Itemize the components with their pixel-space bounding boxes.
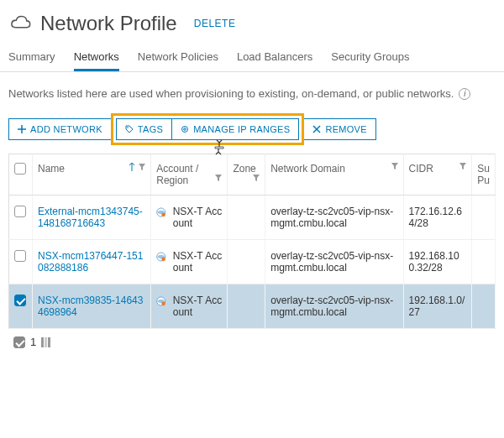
domain-cell: overlay-tz-sc2vc05-vip-nsx-mgmt.cmbu.loc… <box>265 284 403 329</box>
add-network-button[interactable]: ADD NETWORK <box>8 118 112 140</box>
col-zone-label: Zone <box>233 163 255 175</box>
col-name-label: Name <box>38 163 65 175</box>
highlight-box: TAGS MANAGE IP RANGES <box>111 113 305 145</box>
network-name-link[interactable]: NSX-mcm1376447-151082888186 <box>38 250 143 274</box>
add-network-label: ADD NETWORK <box>30 124 102 134</box>
column-picker-icon[interactable] <box>41 337 53 347</box>
filter-icon[interactable] <box>391 163 398 169</box>
col-name[interactable]: Name <box>33 154 151 196</box>
cloud-icon <box>8 13 32 34</box>
tab-load-balancers[interactable]: Load Balancers <box>237 45 312 71</box>
svg-point-8 <box>162 302 166 306</box>
cursor-icon <box>213 139 226 156</box>
table-row[interactable]: External-mcm1343745-148168716643 NSX-T A… <box>9 196 496 240</box>
tags-button[interactable]: TAGS <box>116 118 172 140</box>
zone-cell <box>228 240 265 284</box>
svg-point-0 <box>127 127 129 128</box>
account-name: NSX-T Account <box>173 206 223 229</box>
gear-icon <box>181 125 189 133</box>
description-row: Networks listed here are used when provi… <box>0 72 504 113</box>
table-row[interactable]: NSX-mcm1376447-151082888186 NSX-T Accoun… <box>9 240 496 284</box>
col-cidr-label: CIDR <box>409 163 433 175</box>
x-icon <box>312 125 321 133</box>
select-all-checkbox[interactable] <box>14 163 26 175</box>
col-cidr[interactable]: CIDR <box>403 154 472 196</box>
manage-ip-label: MANAGE IP RANGES <box>193 124 290 134</box>
domain-cell: overlay-tz-sc2vc05-vip-nsx-mgmt.cmbu.loc… <box>265 240 403 284</box>
account-name: NSX-T Account <box>173 250 223 274</box>
selection-indicator <box>13 336 25 348</box>
page-title: Network Profile <box>40 12 177 35</box>
tags-label: TAGS <box>138 124 163 134</box>
filter-icon[interactable] <box>215 175 222 181</box>
table-row[interactable]: NSX-mcm39835-146434698964 NSX-T Account … <box>9 284 496 329</box>
filter-icon[interactable] <box>253 175 260 181</box>
info-icon[interactable]: i <box>459 88 470 100</box>
col-su[interactable]: Su Pu <box>472 154 496 196</box>
table-footer: 1 <box>0 329 504 355</box>
nsx-icon <box>156 295 165 308</box>
tag-icon <box>125 125 134 133</box>
domain-cell: overlay-tz-sc2vc05-vip-nsx-mgmt.cmbu.loc… <box>265 196 403 240</box>
svg-rect-10 <box>45 337 47 347</box>
description-text: Networks listed here are used when provi… <box>8 87 454 100</box>
zone-cell <box>228 284 265 329</box>
tab-security-groups[interactable]: Security Groups <box>331 45 409 71</box>
networks-table: Name Account / Region Zone Network Domai… <box>8 154 496 329</box>
nsx-icon <box>156 206 165 219</box>
account-name: NSX-T Account <box>173 295 223 318</box>
manage-ip-ranges-button[interactable]: MANAGE IP RANGES <box>171 118 299 140</box>
network-name-link[interactable]: External-mcm1343745-148168716643 <box>38 206 143 229</box>
toolbar: ADD NETWORK TAGS MANAGE IP RANGES REMOVE <box>0 113 504 154</box>
row-checkbox[interactable] <box>14 295 26 306</box>
sort-asc-icon[interactable] <box>129 163 135 171</box>
svg-point-2 <box>184 128 186 131</box>
col-domain[interactable]: Network Domain <box>265 154 403 196</box>
svg-rect-9 <box>41 337 44 347</box>
cidr-cell: 192.168.100.32/28 <box>403 240 472 284</box>
delete-button[interactable]: DELETE <box>194 18 236 29</box>
row-checkbox[interactable] <box>14 250 26 262</box>
svg-point-1 <box>182 127 188 133</box>
cidr-cell: 192.168.1.0/27 <box>403 284 472 329</box>
remove-button[interactable]: REMOVE <box>303 118 375 140</box>
svg-point-6 <box>162 258 166 262</box>
nsx-icon <box>156 250 165 263</box>
tab-summary[interactable]: Summary <box>8 45 55 71</box>
svg-point-4 <box>162 213 166 217</box>
col-su-label: Su Pu <box>477 163 490 186</box>
remove-label: REMOVE <box>325 124 366 134</box>
zone-cell <box>228 196 265 240</box>
col-account-label: Account / Region <box>156 163 198 186</box>
filter-icon[interactable] <box>459 163 466 169</box>
col-account[interactable]: Account / Region <box>151 154 228 196</box>
selected-count: 1 <box>30 336 36 348</box>
col-domain-label: Network Domain <box>270 163 345 175</box>
col-zone[interactable]: Zone <box>228 154 265 196</box>
row-checkbox[interactable] <box>14 206 26 217</box>
plus-icon <box>18 125 26 133</box>
tab-bar: Summary Networks Network Policies Load B… <box>0 45 504 72</box>
filter-icon[interactable] <box>139 164 145 170</box>
svg-rect-11 <box>48 337 50 347</box>
tab-network-policies[interactable]: Network Policies <box>138 45 218 71</box>
network-name-link[interactable]: NSX-mcm39835-146434698964 <box>38 295 143 318</box>
tab-networks[interactable]: Networks <box>74 45 119 71</box>
cidr-cell: 172.16.12.64/28 <box>403 196 472 240</box>
